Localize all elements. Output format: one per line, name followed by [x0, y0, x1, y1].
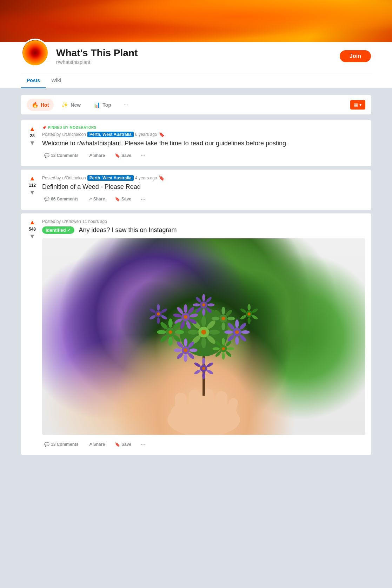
post-title-1[interactable]: Welcome to r/whatsthisplant. Please take… [42, 139, 365, 147]
comments-btn-1[interactable]: 💬 13 Comments [42, 152, 81, 159]
view-toggle-button[interactable]: ▦ ▾ [350, 100, 365, 110]
time-ago-2: 4 years ago [135, 176, 157, 180]
share-label-3: Share [93, 442, 105, 447]
author-1[interactable]: u/Orichalcon [62, 132, 86, 137]
svg-point-98 [206, 362, 214, 368]
view-chevron: ▾ [359, 102, 362, 107]
comments-label-1: 13 Comments [51, 153, 79, 158]
svg-point-85 [160, 315, 168, 321]
subreddit-name: What's This Plant [56, 47, 333, 59]
upvote-3[interactable]: ▲ [29, 219, 35, 225]
svg-point-86 [157, 317, 160, 324]
svg-point-110 [222, 347, 225, 350]
save-btn-2[interactable]: 🔖 Save [113, 195, 133, 203]
comments-icon-3: 💬 [44, 442, 49, 447]
more-btn-3[interactable]: ··· [139, 439, 147, 449]
svg-point-84 [160, 308, 168, 314]
svg-point-93 [247, 317, 251, 324]
svg-point-57 [239, 322, 247, 330]
save-icon-1: 🔖 [115, 153, 120, 158]
sort-bar: 🔥 Hot ✨ New 📊 Top ··· ▦ ▾ [21, 95, 371, 114]
share-icon-2: ↗ [88, 197, 92, 201]
save-btn-3[interactable]: 🔖 Save [113, 441, 133, 448]
share-btn-1[interactable]: ↗ Share [86, 152, 107, 159]
vote-col-1: ▲ 28 ▼ [27, 126, 38, 160]
post-title-2[interactable]: Definition of a Weed - Please Read [42, 183, 365, 191]
share-label-1: Share [93, 153, 105, 158]
svg-point-92 [251, 315, 259, 321]
new-icon: ✨ [61, 101, 68, 108]
svg-point-77 [225, 350, 232, 358]
sort-more-button[interactable]: ··· [119, 99, 133, 111]
post-body-3: Posted by u/Krlowen 11 hours ago Identif… [42, 219, 365, 449]
share-btn-3[interactable]: ↗ Share [86, 441, 107, 448]
content-area: 🔥 Hot ✨ New 📊 Top ··· ▦ ▾ ▲ 28 ▼ 📌 [0, 88, 392, 465]
location-tag-1[interactable]: Perth, West Australia [87, 132, 134, 137]
sort-new-label: New [71, 102, 81, 108]
author-2[interactable]: u/Orichalcon [62, 176, 86, 180]
upvote-2[interactable]: ▲ [29, 175, 35, 181]
fire-icon: 🔥 [32, 101, 39, 108]
identified-badge: Identified ✓ [42, 226, 74, 234]
author-3[interactable]: u/Krlowen [62, 219, 81, 224]
sort-hot-button[interactable]: 🔥 Hot [27, 99, 54, 111]
sort-more-label: ··· [124, 102, 128, 108]
save-icon-3: 🔖 [115, 442, 120, 447]
svg-point-99 [206, 369, 214, 375]
save-btn-1[interactable]: 🔖 Save [113, 152, 133, 159]
post-actions-2: 💬 66 Comments ↗ Share 🔖 Save ··· [42, 194, 365, 204]
svg-point-103 [201, 330, 206, 335]
svg-point-49 [175, 330, 184, 334]
tab-posts[interactable]: Posts [21, 73, 46, 88]
subreddit-nav: Posts Wiki [21, 73, 371, 88]
svg-point-47 [168, 318, 173, 328]
post-card-3: ▲ 548 ▼ Posted by u/Krlowen 11 hours ago… [21, 213, 371, 455]
tab-wiki[interactable]: Wiki [46, 73, 67, 88]
svg-point-45 [195, 296, 202, 304]
share-icon-1: ↗ [88, 153, 92, 158]
svg-point-26 [173, 313, 182, 318]
svg-point-113 [202, 367, 205, 370]
more-btn-2[interactable]: ··· [139, 194, 147, 204]
more-btn-1[interactable]: ··· [139, 150, 147, 160]
sort-top-button[interactable]: 📊 Top [88, 99, 116, 111]
svg-point-87 [149, 315, 156, 321]
svg-point-106 [202, 303, 205, 306]
svg-point-42 [202, 309, 205, 316]
svg-point-100 [202, 372, 205, 379]
svg-point-29 [221, 307, 225, 315]
svg-point-31 [227, 317, 235, 320]
header-info: What's This Plant r/whatsthisplant [56, 47, 333, 65]
downvote-1[interactable]: ▼ [29, 140, 35, 146]
svg-point-71 [174, 349, 181, 352]
svg-point-12 [209, 330, 220, 335]
downvote-3[interactable]: ▼ [29, 233, 35, 239]
location-tag-2[interactable]: Perth, West Australia [87, 175, 134, 181]
join-button[interactable]: Join [340, 50, 371, 62]
svg-point-53 [157, 330, 166, 334]
banner-overlay [0, 0, 392, 42]
link-icon-1: 🔖 [159, 132, 165, 137]
svg-point-91 [251, 308, 259, 314]
svg-point-63 [227, 322, 235, 330]
upvote-1[interactable]: ▲ [29, 126, 35, 132]
svg-point-51 [168, 337, 173, 346]
svg-point-111 [157, 312, 160, 316]
sort-new-button[interactable]: ✨ New [57, 99, 86, 111]
svg-point-90 [247, 304, 251, 311]
post-actions-3: 💬 13 Comments ↗ Share 🔖 Save ··· [42, 439, 365, 449]
comments-btn-2[interactable]: 💬 66 Comments [42, 195, 81, 203]
comments-label-3: 13 Comments [51, 442, 79, 447]
post-card-2: ▲ 112 ▼ Posted by u/Orichalcon Perth, We… [21, 170, 371, 210]
post-image-3 [42, 238, 365, 435]
downvote-2[interactable]: ▼ [29, 189, 35, 196]
post-title-3[interactable]: Any ideas? I saw this on Instagram [79, 226, 177, 234]
view-icon: ▦ [354, 102, 358, 107]
comments-icon-1: 💬 [44, 153, 49, 158]
subreddit-icon-inner [23, 40, 47, 65]
vote-count-1: 28 [30, 133, 34, 138]
svg-point-109 [184, 349, 187, 352]
share-btn-2[interactable]: ↗ Share [86, 195, 107, 203]
sort-hot-label: Hot [41, 102, 49, 108]
comments-btn-3[interactable]: 💬 13 Comments [42, 441, 81, 448]
